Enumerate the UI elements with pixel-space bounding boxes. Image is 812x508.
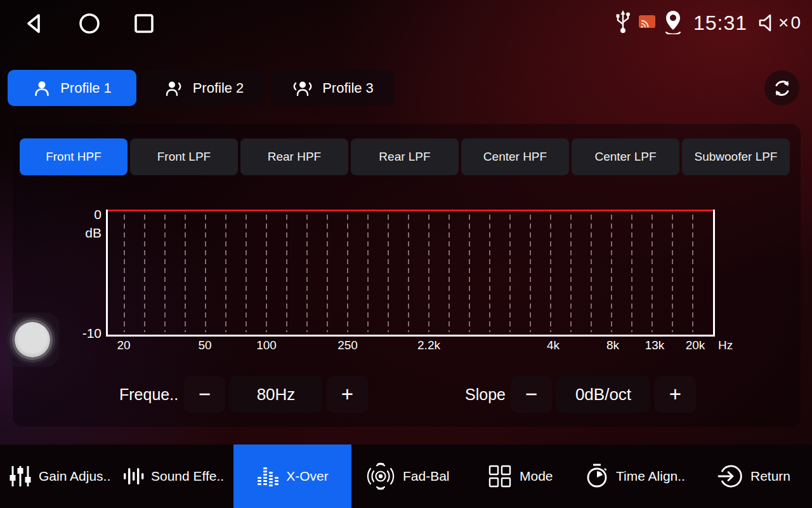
tab-rear-lpf[interactable]: Rear LPF [351, 138, 459, 175]
gridline [144, 215, 145, 332]
equalizer-dashes-icon [256, 464, 279, 489]
x-tick-4k: 4k [547, 338, 560, 352]
tab-center-hpf-label: Center HPF [483, 150, 547, 164]
xover-panel: Front HPF Front LPF Rear HPF Rear LPF Ce… [13, 124, 801, 427]
nav-xover[interactable]: X-Over [233, 444, 351, 508]
frequency-value: 80Hz [230, 376, 322, 413]
minus-glyph: − [525, 382, 537, 406]
gridline [306, 215, 308, 332]
profile-2-button[interactable]: Profile 2 [141, 70, 266, 106]
nav-fad-bal[interactable]: Fad-Bal [365, 444, 450, 508]
tab-rear-hpf-label: Rear HPF [268, 150, 321, 164]
response-curve [108, 210, 713, 211]
gridline [205, 215, 206, 332]
x-tick-8k: 8k [606, 338, 619, 352]
gridline [570, 215, 572, 332]
gridline [672, 215, 673, 332]
slope-minus-button[interactable]: − [511, 376, 552, 413]
status-bar: 15:31 × 0 [0, 0, 812, 48]
arrow-return-icon [717, 463, 743, 490]
person-wave-icon [164, 79, 184, 98]
gridline [611, 215, 612, 332]
profile-3-label: Profile 3 [322, 80, 374, 97]
nav-mode-label: Mode [520, 469, 553, 484]
gridline [164, 215, 166, 332]
nav-xover-label: X-Over [286, 469, 329, 484]
muted-speaker-icon [757, 12, 776, 34]
speaker-waves-icon [365, 462, 396, 490]
tab-subwoofer-lpf-label: Subwoofer LPF [695, 150, 778, 164]
profile-3-button[interactable]: Profile 3 [271, 70, 395, 106]
tab-center-lpf[interactable]: Center LPF [572, 138, 679, 175]
gridline [246, 215, 247, 332]
channel-filter-tabs: Front HPF Front LPF Rear HPF Rear LPF Ce… [20, 138, 790, 175]
refresh-icon [772, 78, 792, 98]
recents-icon[interactable] [132, 11, 156, 36]
nav-time-align[interactable]: Time Align.. [585, 444, 685, 508]
gridline [266, 215, 267, 332]
gridline [286, 215, 287, 332]
gridline [550, 215, 551, 332]
tab-front-hpf-label: Front HPF [46, 150, 102, 164]
nav-sound-effects[interactable]: Sound Effe.. [122, 444, 224, 508]
x-axis-unit-label: Hz [718, 338, 733, 352]
plus-glyph: + [341, 382, 353, 406]
x-tick-50: 50 [198, 338, 211, 352]
tab-rear-hpf[interactable]: Rear HPF [240, 138, 348, 175]
slope-value: 0dB/oct [556, 376, 650, 413]
home-icon[interactable] [77, 11, 102, 36]
nav-sound-effects-label: Sound Effe.. [151, 469, 224, 484]
tab-center-lpf-label: Center LPF [594, 150, 656, 164]
gridline [347, 215, 348, 332]
x-tick-20k: 20k [686, 338, 705, 352]
nav-return-label: Return [750, 469, 790, 484]
x-tick-2k2: 2.2k [417, 338, 440, 352]
plus-glyph: + [669, 382, 681, 406]
gridline [124, 215, 125, 332]
minus-glyph: − [199, 382, 211, 406]
slope-value-text: 0dB/oct [575, 385, 631, 404]
x-tick-100: 100 [256, 338, 277, 352]
volume-mute-mark: × [778, 13, 789, 33]
reset-button[interactable] [764, 70, 799, 105]
gridline [591, 215, 592, 332]
usb-icon [615, 9, 631, 37]
tab-front-lpf[interactable]: Front LPF [130, 138, 238, 175]
gridline [367, 215, 369, 332]
chart-plot [106, 210, 715, 337]
tab-front-hpf[interactable]: Front HPF [20, 138, 128, 175]
floating-knob[interactable] [5, 312, 60, 367]
x-tick-13k: 13k [645, 338, 665, 352]
knob-circle [15, 322, 50, 358]
gridline [652, 215, 653, 332]
slope-label: Slope [465, 376, 506, 413]
status-clock: 15:31 [693, 11, 747, 35]
nav-fad-bal-label: Fad-Bal [403, 469, 450, 484]
y-axis-max-label: 0 [70, 207, 102, 222]
frequency-minus-button[interactable]: − [184, 376, 225, 413]
gridline [631, 215, 632, 332]
tab-subwoofer-lpf[interactable]: Subwoofer LPF [682, 138, 790, 175]
nav-mode[interactable]: Mode [487, 444, 553, 508]
nav-gain-adjust[interactable]: Gain Adjus.. [9, 444, 110, 508]
profile-1-button[interactable]: Profile 1 [8, 70, 136, 106]
frequency-plus-button[interactable]: + [327, 376, 368, 413]
gridline [449, 215, 450, 332]
frequency-label: Freque.. [119, 376, 178, 413]
back-icon[interactable] [23, 11, 47, 36]
nav-gain-adjust-label: Gain Adjus.. [39, 469, 110, 484]
gridline [509, 215, 511, 332]
person-icon [32, 79, 51, 98]
gridline [408, 215, 409, 332]
nav-time-align-label: Time Align.. [616, 469, 685, 484]
volume-status: × 0 [757, 12, 801, 34]
mixer-sliders-icon [9, 464, 32, 489]
location-icon [663, 9, 683, 37]
nav-return[interactable]: Return [717, 444, 790, 508]
cast-icon [638, 13, 657, 32]
stopwatch-icon [585, 463, 609, 490]
tab-center-hpf[interactable]: Center HPF [461, 138, 569, 175]
slope-plus-button[interactable]: + [655, 376, 696, 413]
gridline [428, 215, 429, 332]
windows-grid-icon [487, 464, 513, 489]
